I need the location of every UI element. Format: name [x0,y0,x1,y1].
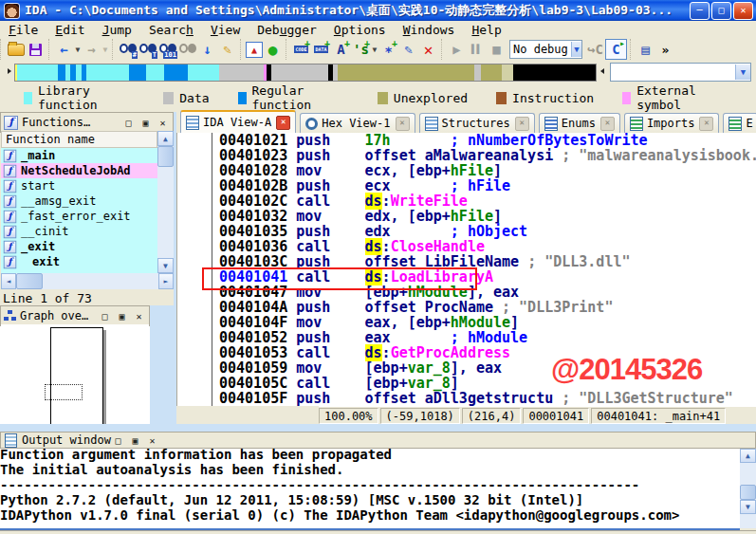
disasm-line[interactable]: 00401036 call ds:CloseHandle [219,239,756,254]
name-select-dropdown-icon[interactable]: ▼ [735,64,750,80]
disasm-line[interactable]: 0040105F push offset aDll3getstructu ; "… [219,391,756,406]
graph-maximize-icon[interactable]: □ [98,311,112,322]
disasm-line[interactable]: 0040102B push ecx ; hFile [219,178,756,193]
menu-item-windows[interactable]: Windows [395,22,464,38]
search-binary-icon[interactable] [157,40,177,59]
jump-down-arrow-icon[interactable]: ↓ [197,40,217,59]
output-console[interactable]: Function argument information has been p… [0,449,740,530]
make-code-button[interactable]: CODE+ [291,40,311,59]
navigation-band[interactable] [14,64,597,82]
tab-imports[interactable]: Imports✕ [624,113,720,133]
function-row[interactable]: ƒNetScheduleJobAd [1,163,157,178]
menu-item-view[interactable]: View [202,22,249,38]
output-line: IDAPython v1.7.0 final (serial 0) (c) Th… [0,507,740,523]
disasm-line[interactable]: 00401052 push eax ; hModule [219,330,756,345]
function-row[interactable]: ƒstart [1,178,157,193]
menu-item-file[interactable]: File [0,22,46,38]
open-file-button[interactable] [6,40,26,59]
disasm-line[interactable]: 00401028 mov ecx, [ebp+hFile] [219,163,756,178]
function-row[interactable]: ƒ__amsg_exit [1,193,157,209]
graph-overview-canvas[interactable] [1,324,149,424]
floppy-disk-icon [29,44,42,56]
name-select-combo[interactable]: ▼ [610,63,751,82]
tab-ida-view-a[interactable]: IDA View-A✕ [180,110,296,133]
disasm-line[interactable]: 00401021 push 17h ; nNumberOfBytesToWrit… [219,133,756,148]
functions-close-icon[interactable]: ✕ [156,118,170,128]
functions-vertical-scrollbar[interactable]: ▲ ▼ [157,131,174,273]
tab-enums[interactable]: Enums✕ [539,113,620,133]
legend-item: Unexplored [378,91,468,105]
function-row[interactable]: ƒexit [1,254,157,269]
functions-maximize-icon[interactable]: □ [121,118,136,128]
menu-item-jump[interactable]: Jump [94,22,140,38]
tab-close-icon[interactable]: ✕ [699,117,713,131]
notepad-icon[interactable]: ▤ [636,40,655,59]
graph-close-icon[interactable]: ✕ [132,311,146,322]
function-row[interactable]: ƒ_fast_error_exit [1,209,157,224]
maximize-button[interactable]: □ [711,2,731,20]
menu-item-edit[interactable]: Edit [46,22,93,38]
debugger-select[interactable]: No debug ▼ [509,40,582,59]
navigate-forward-button[interactable]: → [82,40,101,59]
graph-viewport-rect[interactable] [45,384,83,400]
disasm-line[interactable]: 00401032 mov edx, [ebp+hFile] [219,209,756,224]
graph-restore-icon[interactable]: ▣ [115,311,129,322]
disasm-line[interactable]: 00401035 push edx ; hObject [219,224,756,239]
functions-restore-icon[interactable]: ▣ [138,118,153,128]
edit-button[interactable]: ✎ [398,40,418,59]
tab-close-icon[interactable]: ✕ [600,117,615,131]
output-maximize-icon[interactable]: □ [111,435,125,446]
undefine-button[interactable]: ✕ [418,40,438,59]
output-line: The initial autoanalysis has been finish… [0,462,740,477]
menu-item-search[interactable]: Search [140,22,202,38]
back-history-caret[interactable]: ▼ [74,46,82,54]
disassembly-view[interactable]: 00401021 push 17h ; nNumberOfBytesToWrit… [176,133,756,406]
navigate-back-button[interactable]: ← [54,40,74,59]
save-button[interactable] [26,40,46,59]
menu-item-debugger[interactable]: Debugger [249,22,325,38]
disasm-line[interactable]: 00401023 push offset aMalwareanalysi ; "… [219,148,756,163]
search-address-icon[interactable] [118,40,138,59]
search-text-icon[interactable] [138,40,157,59]
disasm-line[interactable]: 0040104A push offset ProcName ; "DLL3Pri… [219,300,756,315]
function-row[interactable]: ƒ__cinit [1,224,157,239]
functions-horizontal-scrollbar[interactable]: ◄ ► [1,273,174,289]
produce-c-file-button[interactable]: C▸ [605,39,627,60]
output-close-icon[interactable]: ✕ [145,435,159,446]
tab-close-icon[interactable]: ✕ [276,116,290,130]
tab-structures[interactable]: Structures✕ [419,113,535,133]
problems-alert-icon[interactable]: ▲ [246,42,263,58]
tab-close-icon[interactable]: ✕ [515,117,529,131]
make-name-button[interactable]: A+ [331,40,351,59]
menu-item-help[interactable]: Help [463,22,509,38]
tab-e[interactable]: E [723,113,756,133]
function-name: __cinit [21,225,69,238]
function-name: exit [21,255,60,268]
output-restore-icon[interactable]: ▣ [128,435,142,446]
disasm-line[interactable]: 0040104F mov eax, [ebp+hModule] [219,315,756,330]
debugger-select-dropdown-icon[interactable]: ▼ [571,42,581,57]
menu-item-options[interactable]: Options [325,22,395,38]
function-row[interactable]: ƒ_exit [1,239,157,254]
highlight-lock-icon[interactable]: ✎ [217,40,237,59]
output-vertical-scrollbar[interactable]: ▲ ▼ [740,449,756,528]
minimize-button[interactable]: ─ [690,2,710,20]
make-array-button[interactable]: ∗+ [378,40,398,59]
output-lines: Function argument information has been p… [0,449,740,530]
function-f-icon: ƒ [4,149,17,162]
tab-hex-view-1[interactable]: Hex View-1✕ [300,113,415,133]
make-string-button[interactable]: 's+ [351,40,371,59]
function-f-icon: ƒ [4,210,17,223]
toolbar-overflow-chevron[interactable]: » [655,40,675,59]
make-data-button[interactable]: DATA+ [311,40,331,59]
tab-close-icon[interactable]: ✕ [396,117,410,131]
functions-panel-header[interactable]: ƒ Functions… □ ▣ ✕ [0,112,174,133]
graph-node-rect [50,327,103,424]
graph-overview-header[interactable]: Graph ove… □ ▣ ✕ [0,305,150,326]
disasm-line[interactable]: 0040102C call ds:WriteFile [219,193,756,209]
function-name-column-header[interactable]: Function name [1,131,157,148]
function-row[interactable]: ƒ_main [1,148,157,163]
close-button[interactable]: ✕ [733,2,753,20]
output-window-header[interactable]: Output window □ ▣ ✕ [0,432,756,449]
string-type-caret[interactable]: ▼ [371,46,378,54]
